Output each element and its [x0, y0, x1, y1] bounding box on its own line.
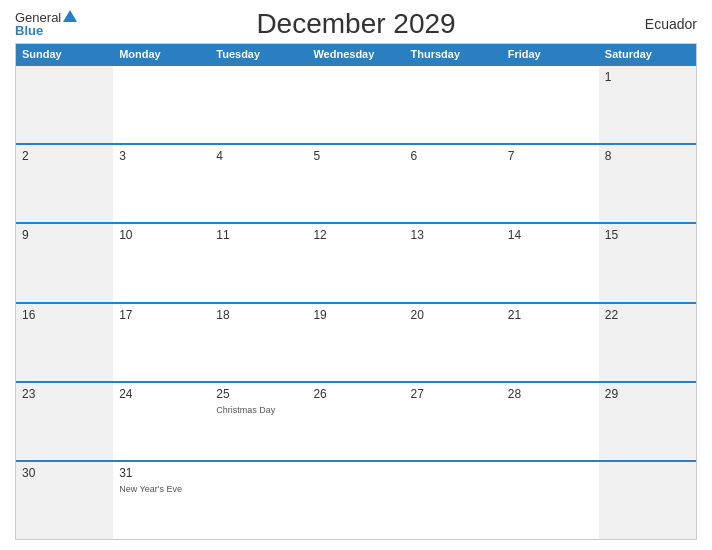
calendar-cell: 5 [307, 145, 404, 222]
header-day-thursday: Thursday [405, 44, 502, 64]
day-number: 22 [605, 308, 690, 322]
calendar-cell: 8 [599, 145, 696, 222]
calendar-cell [405, 462, 502, 539]
logo-blue-text: Blue [15, 24, 43, 37]
week-row-0: 1 [16, 64, 696, 143]
day-number: 14 [508, 228, 593, 242]
calendar-cell: 2 [16, 145, 113, 222]
page-title: December 2029 [256, 8, 455, 40]
calendar-cell [502, 462, 599, 539]
calendar-cell: 3 [113, 145, 210, 222]
calendar-cell: 20 [405, 304, 502, 381]
calendar-page: General Blue December 2029 Ecuador Sunda… [0, 0, 712, 550]
week-row-3: 16171819202122 [16, 302, 696, 381]
page-header: General Blue December 2029 Ecuador [15, 10, 697, 37]
day-number: 19 [313, 308, 398, 322]
day-number: 13 [411, 228, 496, 242]
day-number: 23 [22, 387, 107, 401]
calendar-cell [113, 66, 210, 143]
day-number: 21 [508, 308, 593, 322]
day-number: 25 [216, 387, 301, 401]
day-number: 4 [216, 149, 301, 163]
calendar-cell: 10 [113, 224, 210, 301]
day-number: 2 [22, 149, 107, 163]
calendar-cell [210, 462, 307, 539]
day-number: 26 [313, 387, 398, 401]
calendar-cell: 30 [16, 462, 113, 539]
day-number: 17 [119, 308, 204, 322]
calendar-cell: 15 [599, 224, 696, 301]
calendar-cell [599, 462, 696, 539]
calendar-body: 1234567891011121314151617181920212223242… [16, 64, 696, 539]
calendar-cell [405, 66, 502, 143]
day-number: 7 [508, 149, 593, 163]
week-row-5: 3031New Year's Eve [16, 460, 696, 539]
calendar-cell: 9 [16, 224, 113, 301]
calendar-cell: 28 [502, 383, 599, 460]
calendar-header: SundayMondayTuesdayWednesdayThursdayFrid… [16, 44, 696, 64]
calendar-cell: 17 [113, 304, 210, 381]
header-day-friday: Friday [502, 44, 599, 64]
calendar-cell: 29 [599, 383, 696, 460]
week-row-4: 232425Christmas Day26272829 [16, 381, 696, 460]
logo-general-text: General [15, 11, 61, 24]
calendar-cell: 6 [405, 145, 502, 222]
calendar-cell: 31New Year's Eve [113, 462, 210, 539]
holiday-label: Christmas Day [216, 405, 301, 415]
calendar-cell: 12 [307, 224, 404, 301]
day-number: 9 [22, 228, 107, 242]
day-number: 24 [119, 387, 204, 401]
calendar-cell: 24 [113, 383, 210, 460]
calendar-cell: 16 [16, 304, 113, 381]
calendar-cell: 27 [405, 383, 502, 460]
calendar-cell: 21 [502, 304, 599, 381]
calendar-cell [16, 66, 113, 143]
calendar-cell: 26 [307, 383, 404, 460]
header-day-wednesday: Wednesday [307, 44, 404, 64]
header-day-saturday: Saturday [599, 44, 696, 64]
day-number: 30 [22, 466, 107, 480]
country-label: Ecuador [645, 16, 697, 32]
calendar-cell [307, 66, 404, 143]
calendar-cell [307, 462, 404, 539]
calendar-cell: 23 [16, 383, 113, 460]
calendar-cell [210, 66, 307, 143]
header-day-tuesday: Tuesday [210, 44, 307, 64]
calendar-cell: 18 [210, 304, 307, 381]
day-number: 20 [411, 308, 496, 322]
calendar-cell: 1 [599, 66, 696, 143]
day-number: 1 [605, 70, 690, 84]
calendar-cell: 22 [599, 304, 696, 381]
calendar-cell: 19 [307, 304, 404, 381]
holiday-label: New Year's Eve [119, 484, 204, 494]
week-row-1: 2345678 [16, 143, 696, 222]
day-number: 31 [119, 466, 204, 480]
calendar-cell: 7 [502, 145, 599, 222]
day-number: 27 [411, 387, 496, 401]
calendar-cell: 13 [405, 224, 502, 301]
header-day-sunday: Sunday [16, 44, 113, 64]
day-number: 16 [22, 308, 107, 322]
day-number: 6 [411, 149, 496, 163]
header-day-monday: Monday [113, 44, 210, 64]
calendar-cell: 4 [210, 145, 307, 222]
day-number: 3 [119, 149, 204, 163]
day-number: 12 [313, 228, 398, 242]
week-row-2: 9101112131415 [16, 222, 696, 301]
calendar-cell: 25Christmas Day [210, 383, 307, 460]
day-number: 8 [605, 149, 690, 163]
calendar-cell: 14 [502, 224, 599, 301]
day-number: 18 [216, 308, 301, 322]
day-number: 15 [605, 228, 690, 242]
logo: General Blue [15, 10, 77, 37]
day-number: 10 [119, 228, 204, 242]
calendar: SundayMondayTuesdayWednesdayThursdayFrid… [15, 43, 697, 540]
day-number: 28 [508, 387, 593, 401]
day-number: 29 [605, 387, 690, 401]
calendar-cell [502, 66, 599, 143]
calendar-cell: 11 [210, 224, 307, 301]
logo-triangle-icon [63, 10, 77, 22]
day-number: 5 [313, 149, 398, 163]
day-number: 11 [216, 228, 301, 242]
